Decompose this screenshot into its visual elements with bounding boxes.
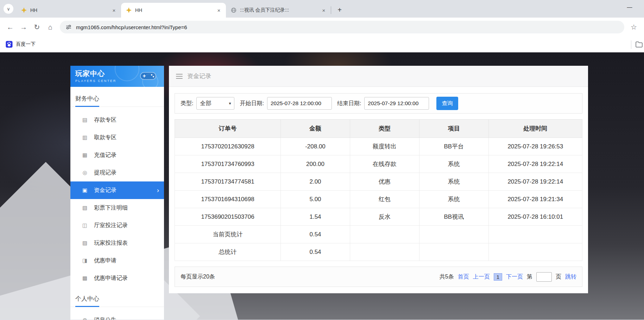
globe-favicon-icon	[231, 7, 236, 13]
page-background: 玩家中心 PLAYERS CENTER 财务中心 ▤ 存款专区 ▥ 取款专区	[0, 52, 644, 320]
tab-close-icon[interactable]: ×	[215, 7, 222, 14]
project-cell: 系统	[419, 191, 488, 208]
other-bookmarks-folder-icon[interactable]	[636, 41, 643, 48]
order-no-cell: 1753701734760993	[175, 155, 281, 173]
section-personal-center: 个人中心	[70, 287, 164, 307]
type-cell: 额度转出	[350, 138, 419, 155]
start-date-label: 开始日期:	[240, 100, 264, 107]
chevron-down-icon: ▾	[229, 101, 231, 106]
table-row: 1753701734760993 200.00 在线存款 系统 2025-07-…	[175, 155, 582, 173]
type-select-value: 全部	[200, 100, 211, 107]
announcement-icon: ◍	[82, 317, 88, 320]
sidebar-item-label: 优惠申请	[94, 257, 116, 264]
sidebar-item-promo-apply-records[interactable]: ▩ 优惠申请记录	[70, 269, 164, 287]
sidebar-item-player-bet-report[interactable]: ▨ 玩家投注报表	[70, 234, 164, 252]
deposit-card-icon: ▤	[82, 117, 88, 123]
time-cell	[488, 226, 582, 243]
new-tab-button[interactable]: +	[335, 5, 345, 15]
time-cell: 2025-07-28 19:21:34	[488, 191, 582, 208]
back-button[interactable]: ←	[4, 20, 17, 34]
bookmark-star-icon[interactable]: ☆	[627, 20, 640, 34]
tab-close-icon[interactable]: ×	[320, 7, 327, 14]
main-header: 资金记录	[169, 66, 588, 87]
per-page-text: 每页显示20条	[181, 273, 215, 281]
hh-favicon-icon	[126, 7, 132, 13]
sidebar-item-withdraw-zone[interactable]: ▥ 取款专区	[70, 129, 164, 146]
project-cell	[419, 226, 488, 243]
chevron-down-icon: ∨	[7, 6, 10, 12]
table-row: 1753701734774581 2.00 优惠 系统 2025-07-28 1…	[175, 173, 582, 191]
home-button[interactable]: ⌂	[44, 20, 57, 34]
tab-hh-2-active[interactable]: HH ×	[121, 3, 226, 18]
project-cell: 系统	[419, 155, 488, 173]
address-bar[interactable]: mgm1065.com/hhcp/usercenter.html?iniType…	[60, 21, 624, 33]
personal-menu: ◍ 消息公告	[70, 311, 164, 320]
refresh-button[interactable]: ↻	[30, 20, 44, 34]
baidu-favicon-icon	[6, 41, 13, 48]
amount-cell: 5.00	[281, 191, 350, 208]
page-jump-input[interactable]	[536, 272, 552, 282]
order-no-cell: 1753690201503706	[175, 208, 281, 226]
header-type: 类型	[350, 120, 419, 138]
prev-page-link[interactable]: 上一页	[473, 273, 490, 281]
page-prefix-text: 第	[527, 273, 532, 281]
sidebar-item-message-announcements[interactable]: ◍ 消息公告	[70, 311, 164, 320]
sidebar-item-fund-records[interactable]: ▣ 资金记录 ›	[70, 181, 164, 199]
window-controls: —	[621, 0, 638, 13]
tab-label: HH	[30, 7, 108, 13]
fund-records-panel: 资金记录 类型: 全部 ▾ 开始日期: 结束日期: 查询	[169, 66, 588, 293]
sidebar-item-label: 优惠申请记录	[94, 275, 128, 282]
filter-bar: 类型: 全部 ▾ 开始日期: 结束日期: 查询	[175, 93, 582, 114]
header-project: 项目	[419, 120, 488, 138]
bookmark-baidu[interactable]: 百度一下	[6, 41, 36, 48]
sidebar-item-lottery-bet-details[interactable]: ▧ 彩票下注明细	[70, 199, 164, 217]
project-cell: BB平台	[419, 138, 488, 155]
tab-strip: ∨ HH × HH × :::视讯 会员下注纪录::: × +	[0, 0, 644, 18]
total-count-text: 共5条	[440, 273, 454, 281]
table-row: 1753701694310698 5.00 红包 系统 2025-07-28 1…	[175, 191, 582, 208]
sidebar-item-promo-apply[interactable]: ◨ 优惠申请	[70, 252, 164, 269]
time-cell: 2025-07-28 19:22:14	[488, 155, 582, 173]
project-cell	[419, 243, 488, 261]
sidebar-item-label: 提现记录	[94, 169, 116, 177]
chart-icon: ▨	[82, 240, 88, 246]
url-text: mgm1065.com/hhcp/usercenter.html?iniType…	[76, 24, 187, 30]
type-cell: 优惠	[350, 173, 419, 191]
tab-video-records[interactable]: :::视讯 会员下注纪录::: ×	[226, 3, 331, 18]
sidebar-item-hall-bet-records[interactable]: ◫ 厅室投注记录	[70, 217, 164, 234]
fund-pouch-icon: ▣	[82, 187, 88, 193]
profile-chevron-button[interactable]: ∨	[4, 4, 13, 14]
end-date-input[interactable]	[364, 97, 429, 110]
bookmarks-separator	[631, 40, 631, 49]
stats-label-cell: 当前页统计	[175, 226, 281, 243]
current-page-badge[interactable]: 1	[494, 273, 502, 281]
search-button[interactable]: 查询	[436, 97, 458, 110]
record-list-icon: ▩	[82, 275, 88, 281]
sidebar-item-deposit-zone[interactable]: ▤ 存款专区	[70, 111, 164, 129]
type-cell	[350, 226, 419, 243]
minimize-button[interactable]: —	[621, 0, 638, 13]
tab-hh-1[interactable]: HH ×	[16, 3, 121, 18]
site-info-icon[interactable]	[65, 24, 72, 30]
time-cell: 2025-07-28 16:10:01	[488, 208, 582, 226]
tab-close-icon[interactable]: ×	[111, 7, 118, 14]
sidebar-item-recharge-records[interactable]: ▦ 充值记录	[70, 146, 164, 164]
type-select[interactable]: 全部 ▾	[196, 97, 234, 110]
first-page-link[interactable]: 首页	[458, 273, 469, 281]
start-date-input[interactable]	[267, 97, 332, 110]
jump-link[interactable]: 跳转	[565, 273, 576, 281]
list-icon: ▧	[82, 205, 88, 211]
next-page-link[interactable]: 下一页	[506, 273, 523, 281]
sidebar-item-label: 玩家投注报表	[94, 239, 128, 247]
tab-separator	[331, 6, 331, 14]
order-no-cell: 1753702012630928	[175, 138, 281, 155]
project-cell: BB视讯	[419, 208, 488, 226]
table-row-total-stats: 总统计 0.54	[175, 243, 582, 261]
grid-icon: ◫	[82, 222, 88, 229]
header-process-time: 处理时间	[488, 120, 582, 138]
sidebar-item-withdrawal-records[interactable]: ◎ 提现记录	[70, 164, 164, 181]
finance-menu: ▤ 存款专区 ▥ 取款专区 ▦ 充值记录 ◎ 提现记录 ▣ 资金记录 › ▧	[70, 111, 164, 287]
tab-label: :::视讯 会员下注纪录:::	[240, 7, 317, 13]
forward-button[interactable]: →	[17, 20, 30, 34]
menu-icon[interactable]	[176, 74, 183, 79]
